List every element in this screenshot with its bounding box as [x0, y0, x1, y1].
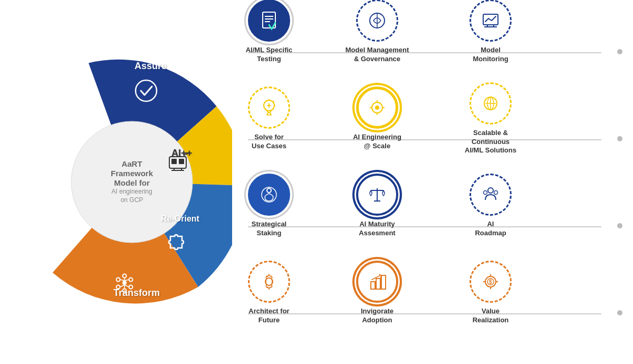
- node-invigorate-adoption: InvigorateAdoption: [340, 261, 414, 325]
- svg-rect-60: [371, 282, 375, 289]
- svg-point-15: [117, 278, 120, 282]
- center-title-3: Model for: [114, 178, 150, 188]
- svg-point-0: [136, 80, 157, 101]
- row4-line-end: [617, 310, 622, 315]
- architect-future-circle: [248, 261, 290, 303]
- svg-line-17: [124, 285, 129, 287]
- reorient-label: Re-Orient: [161, 214, 199, 224]
- node-scalable-aiml: Scalable & ContinuousAI/ML Solutions: [454, 82, 528, 156]
- solve-use-cases-label: Solve forUse Cases: [252, 133, 286, 151]
- aiplus-label: AI++: [171, 148, 192, 159]
- center-subtitle-1: AI engineering: [111, 188, 152, 196]
- aiml-testing-circle: [248, 0, 290, 42]
- node-model-mgmt: Model Management& Governance: [340, 0, 414, 64]
- svg-rect-2: [171, 159, 177, 164]
- model-mgmt-label: Model Management& Governance: [346, 46, 409, 64]
- strategical-staking-label: StrategicalStaking: [252, 220, 286, 238]
- svg-point-9: [122, 281, 127, 285]
- node-ai-engineering: AI Engineering@ Scale: [340, 87, 414, 151]
- scalable-aiml-label: Scalable & ContinuousAI/ML Solutions: [456, 129, 525, 156]
- svg-line-18: [124, 280, 129, 281]
- svg-point-10: [123, 274, 127, 278]
- aiml-testing-label: AI/ML SpecificTesting: [246, 46, 293, 64]
- invigorate-adoption-label: InvigorateAdoption: [361, 307, 394, 325]
- svg-line-34: [273, 101, 274, 102]
- row2-line-end: [617, 136, 622, 141]
- center-subtitle-2: on GCP: [121, 196, 143, 205]
- model-monitoring-label: ModelMonitoring: [473, 46, 508, 64]
- ai-engineering-label: AI Engineering@ Scale: [353, 133, 401, 151]
- model-mgmt-circle: [356, 0, 398, 42]
- strategical-staking-circle: [248, 174, 290, 216]
- center-title-2: Framework: [111, 169, 153, 178]
- ai-roadmap-label: AIRoadmap: [475, 220, 506, 238]
- row3-line-end: [617, 223, 622, 228]
- scalable-aiml-circle: [469, 82, 512, 124]
- ai-roadmap-circle: [469, 174, 512, 216]
- model-monitoring-circle: [469, 0, 512, 42]
- svg-point-51: [262, 187, 276, 202]
- node-strategical-staking: StrategicalStaking: [232, 174, 306, 238]
- node-value-realization: $ ValueRealization: [454, 261, 528, 325]
- nodes-section: AI/ML SpecificTesting Model Management& …: [227, 16, 622, 353]
- svg-point-42: [375, 106, 379, 110]
- solve-use-cases-circle: [248, 87, 290, 129]
- svg-text:$: $: [489, 279, 492, 285]
- svg-point-11: [129, 278, 133, 282]
- pie-wrapper: AaRT Framework Model for AI engineering …: [32, 29, 232, 335]
- svg-rect-62: [381, 275, 386, 289]
- svg-line-20: [120, 280, 125, 281]
- transform-label: Transform: [113, 288, 160, 299]
- main-container: AaRT Framework Model for AI engineering …: [0, 0, 633, 364]
- assure-label: Assure: [135, 61, 167, 72]
- assure-icon: [135, 79, 158, 107]
- ai-maturity-label: AI MaturityAssesment: [359, 220, 395, 238]
- svg-point-58: [494, 191, 498, 195]
- architect-future-label: Architect forFuture: [248, 307, 289, 325]
- node-ai-roadmap: AIRoadmap: [454, 174, 528, 238]
- center-title-1: AaRT: [121, 159, 142, 169]
- node-architect-future: Architect forFuture: [232, 261, 306, 325]
- ai-maturity-circle: [356, 174, 398, 216]
- svg-point-56: [488, 188, 493, 193]
- svg-point-57: [484, 191, 487, 195]
- reorient-icon: [166, 232, 186, 256]
- node-model-monitoring: ModelMonitoring: [454, 0, 528, 64]
- node-aiml-testing: AI/ML SpecificTesting: [232, 0, 306, 64]
- invigorate-adoption-circle: [356, 261, 398, 303]
- ai-engineering-circle: [356, 87, 398, 129]
- svg-line-21: [120, 285, 125, 287]
- chart-section: AaRT Framework Model for AI engineering …: [32, 29, 232, 335]
- svg-point-52: [267, 188, 271, 193]
- svg-rect-3: [179, 159, 184, 164]
- value-realization-circle: $: [469, 261, 512, 303]
- node-ai-maturity: AI MaturityAssesment: [340, 174, 414, 238]
- value-realization-label: ValueRealization: [473, 307, 509, 325]
- svg-rect-61: [376, 279, 380, 289]
- node-solve-use-cases: Solve forUse Cases: [232, 87, 306, 151]
- row1-line-end: [617, 49, 622, 54]
